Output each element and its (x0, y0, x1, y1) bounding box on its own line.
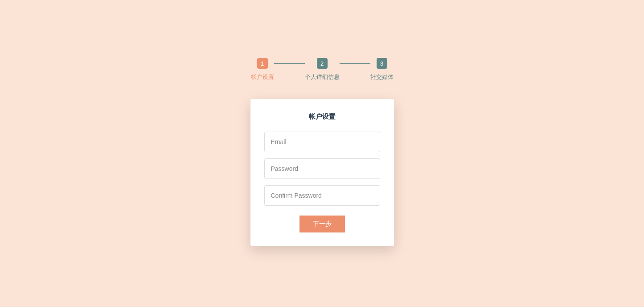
step-account[interactable]: 1 帐户设置 (251, 58, 274, 81)
confirm-password-field[interactable] (264, 185, 380, 206)
stepper: 1 帐户设置 2 个人详细信息 3 社交媒体 (251, 58, 394, 81)
next-button[interactable]: 下一步 (299, 216, 345, 232)
step-label-account: 帐户设置 (251, 73, 274, 81)
connector-1 (274, 63, 305, 64)
form-card: 帐户设置 下一步 (250, 99, 394, 246)
step-social[interactable]: 3 社交媒体 (370, 58, 394, 81)
email-field[interactable] (264, 132, 380, 152)
connector-2 (340, 63, 370, 64)
password-field[interactable] (264, 158, 380, 179)
step-number-3: 3 (377, 58, 387, 69)
form-title: 帐户设置 (309, 112, 336, 121)
step-label-social: 社交媒体 (370, 73, 394, 81)
step-number-1: 1 (257, 58, 268, 69)
step-label-personal: 个人详细信息 (305, 73, 340, 81)
step-personal[interactable]: 2 个人详细信息 (305, 58, 340, 81)
step-number-2: 2 (317, 58, 328, 69)
